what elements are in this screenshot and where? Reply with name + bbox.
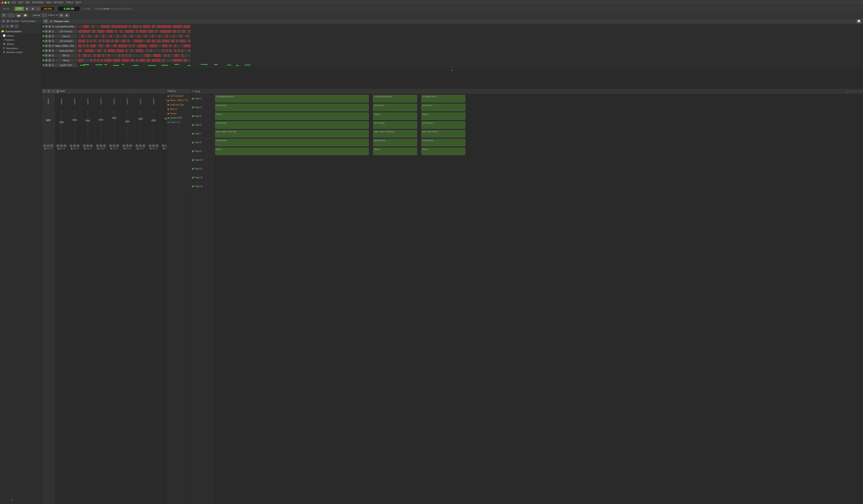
- pad-3-28[interactable]: [127, 39, 129, 42]
- plt-cell-1-19[interactable]: [465, 103, 478, 112]
- pad-0-22[interactable]: [117, 25, 118, 28]
- ch-led-8[interactable]: [42, 64, 44, 66]
- plt-block-1-0[interactable]: LEX Drum(1): [215, 104, 369, 111]
- pad-0-38[interactable]: [145, 25, 146, 28]
- pad-7-21[interactable]: [115, 59, 116, 62]
- plt-cell-7-18[interactable]: [452, 156, 465, 164]
- pad-7-1[interactable]: [80, 59, 82, 62]
- pad-0-44[interactable]: [155, 25, 157, 28]
- pad-0-8[interactable]: [92, 25, 94, 28]
- pad-3-58[interactable]: [180, 39, 182, 42]
- plt-cell-8-10[interactable]: [347, 165, 360, 173]
- pad-5-63[interactable]: [189, 49, 190, 52]
- browser-btn[interactable]: 📁: [22, 13, 28, 17]
- mixer-knob-8-0[interactable]: [149, 144, 152, 147]
- plt-cell-10-4[interactable]: [268, 182, 281, 191]
- mixer-knob-3-2[interactable]: [90, 144, 93, 147]
- add-channel-btn[interactable]: +: [42, 67, 863, 73]
- pad-0-57[interactable]: [178, 25, 180, 28]
- pad-6-18[interactable]: [110, 54, 111, 57]
- pad-4-28[interactable]: [127, 44, 129, 47]
- pad-4-48[interactable]: [162, 44, 164, 47]
- ch-led-1[interactable]: [42, 30, 44, 32]
- mixer-send-dot-0-0[interactable]: [44, 148, 46, 150]
- pad-5-0[interactable]: [78, 49, 80, 52]
- plt-cell-8-8[interactable]: [321, 165, 334, 173]
- pad-6-24[interactable]: [120, 54, 122, 57]
- pad-6-37[interactable]: [143, 54, 145, 57]
- mixer-send-dot-1-2[interactable]: [61, 148, 63, 150]
- pad-4-44[interactable]: [155, 44, 157, 47]
- pad-0-26[interactable]: [124, 25, 125, 28]
- pad-2-28[interactable]: [127, 35, 129, 38]
- pad-4-21[interactable]: [115, 44, 116, 47]
- pad-0-56[interactable]: [176, 25, 178, 28]
- pad-1-14[interactable]: [103, 30, 104, 33]
- pad-2-19[interactable]: [112, 35, 113, 38]
- plt-cell-8-13[interactable]: [386, 165, 399, 173]
- plt-cell-10-6[interactable]: [294, 182, 307, 191]
- pad-0-63[interactable]: [189, 25, 190, 28]
- plt-cell-10-10[interactable]: [347, 182, 360, 191]
- ch-mute-1[interactable]: ◀: [45, 30, 48, 33]
- pad-4-57[interactable]: [178, 44, 180, 47]
- pad-1-55[interactable]: [175, 30, 176, 33]
- mixer-send-dot-5-3[interactable]: [116, 148, 118, 150]
- ch-settings-1[interactable]: —: [52, 30, 54, 33]
- pad-0-21[interactable]: [115, 25, 116, 28]
- pad-7-19[interactable]: [112, 59, 113, 62]
- pad-6-5[interactable]: [87, 54, 88, 57]
- pad-4-8[interactable]: [92, 44, 94, 47]
- pad-3-54[interactable]: [173, 39, 175, 42]
- plt-grid-row-6[interactable]: 808 (2)808 (2)808 (2): [215, 147, 478, 156]
- ch-solo-6[interactable]: ◀: [48, 54, 51, 57]
- plt-cell-10-7[interactable]: [307, 182, 321, 191]
- mixer-knob-0-0[interactable]: [43, 144, 46, 147]
- pad-1-45[interactable]: [157, 30, 159, 33]
- plt-block-0-720[interactable]: LexLugerBrassFilter #2: [373, 95, 417, 102]
- pad-0-10[interactable]: [96, 25, 97, 28]
- pad-7-6[interactable]: [89, 59, 90, 62]
- pad-0-58[interactable]: [180, 25, 182, 28]
- pad-7-33[interactable]: [136, 59, 138, 62]
- pad-0-40[interactable]: [148, 25, 150, 28]
- pad-4-2[interactable]: [82, 44, 83, 47]
- plt-grid-row-5[interactable]: vybeLazyClapvybeLazyClapvybeLazyClap: [215, 138, 478, 147]
- pad-4-60[interactable]: [184, 44, 185, 47]
- plt-cell-9-1[interactable]: [228, 173, 241, 182]
- pad-4-35[interactable]: [140, 44, 141, 47]
- pad-5-19[interactable]: [112, 49, 113, 52]
- pad-4-33[interactable]: [136, 44, 138, 47]
- ch-settings-6[interactable]: —: [52, 54, 54, 57]
- pad-4-49[interactable]: [164, 44, 166, 47]
- plt-cell-8-0[interactable]: [215, 165, 228, 173]
- pad-5-17[interactable]: [108, 49, 110, 52]
- pad-5-33[interactable]: [136, 49, 138, 52]
- pad-7-53[interactable]: [171, 59, 173, 62]
- mixer-send-dot-5-1[interactable]: [112, 148, 114, 150]
- plt-cell-10-12[interactable]: [373, 182, 386, 191]
- pad-5-16[interactable]: [106, 49, 108, 52]
- ch-settings-4[interactable]: —: [52, 44, 54, 47]
- plt-block-0-940[interactable]: LexLugerB..ilter #2: [422, 95, 465, 102]
- pad-0-13[interactable]: [101, 25, 102, 28]
- pad-2-4[interactable]: [85, 35, 87, 38]
- pad-1-26[interactable]: [124, 30, 125, 33]
- pad-1-61[interactable]: [185, 30, 187, 33]
- pad-0-39[interactable]: [147, 25, 148, 28]
- pad-5-53[interactable]: [171, 49, 173, 52]
- pad-2-63[interactable]: [189, 35, 190, 38]
- pad-4-19[interactable]: [112, 44, 113, 47]
- maximize-button[interactable]: [8, 1, 10, 4]
- mixer-send-dot-5-0[interactable]: [110, 148, 112, 150]
- pad-0-50[interactable]: [166, 25, 167, 28]
- pad-3-27[interactable]: [126, 39, 127, 42]
- pad-0-6[interactable]: [89, 25, 90, 28]
- pad-7-14[interactable]: [103, 59, 104, 62]
- pad-3-13[interactable]: [101, 39, 102, 42]
- pad-1-49[interactable]: [164, 30, 166, 33]
- ch-led-5[interactable]: [42, 50, 44, 52]
- pad-0-24[interactable]: [120, 25, 122, 28]
- pad-3-38[interactable]: [145, 39, 146, 42]
- pad-3-8[interactable]: [92, 39, 94, 42]
